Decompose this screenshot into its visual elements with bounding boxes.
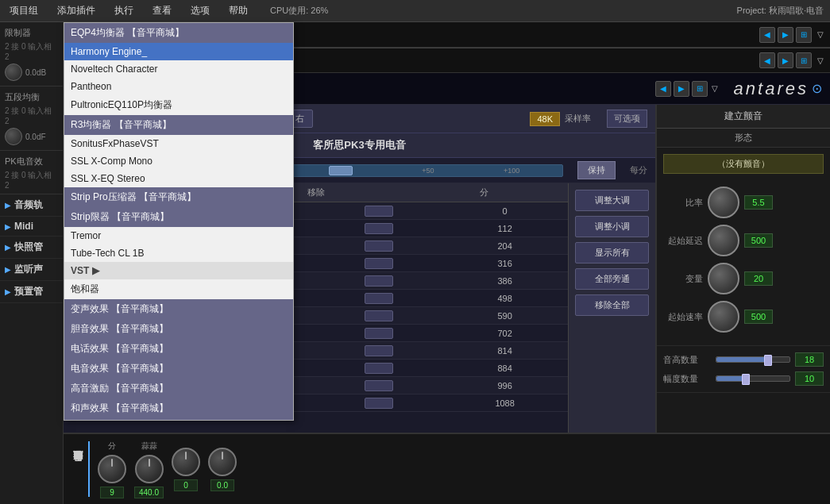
amp-count-row: 幅度数量 10: [663, 371, 824, 386]
transport2-btn2[interactable]: ▶: [778, 52, 793, 68]
menu-item-project[interactable]: 项目组: [6, 2, 41, 19]
transport-chevron[interactable]: ▽: [817, 30, 824, 39]
sidebar-item-monitor[interactable]: ▶ 监听声: [0, 259, 63, 281]
antares-btn3[interactable]: ⊞: [692, 81, 708, 97]
show-all-btn[interactable]: 显示所有: [575, 242, 649, 264]
plugin-item-noveltech[interactable]: Noveltech Character: [64, 60, 293, 78]
bottom-value-4: 0.0: [210, 479, 234, 491]
note-cents-E: 386: [442, 276, 568, 286]
plugin-item-strip-limiter[interactable]: Strip限器 【音平商城】: [64, 207, 293, 227]
menu-item-plugins[interactable]: 添加插件: [54, 2, 98, 19]
pitch-count-slider[interactable]: [716, 356, 790, 363]
plugin-item-ssl-eq[interactable]: SSL X-EQ Stereo: [64, 170, 293, 187]
pitch-count-label: 音高数量: [663, 354, 711, 366]
pitch-indicator: [329, 166, 353, 175]
antares-chevron[interactable]: ▽: [712, 84, 718, 93]
transport2-btn1[interactable]: ◀: [759, 52, 775, 68]
plugin-item-r3[interactable]: R3均衡器 【音平商城】: [64, 115, 293, 135]
menu-item-help[interactable]: 帮助: [226, 2, 251, 19]
cpu-info: CPU使用: 26%: [270, 5, 328, 17]
sidebar-item-audio[interactable]: ▶ 音频轨: [0, 194, 63, 217]
bottom-label-1: 分: [108, 441, 116, 452]
plugin-item-sonitus[interactable]: SonitusFxPhaseVST: [64, 135, 293, 152]
speed-knob[interactable]: [708, 301, 739, 333]
plugin-item-tube-tone[interactable]: 胆音效果 【音平商城】: [64, 319, 293, 339]
audio-arrow-icon: ▶: [5, 201, 11, 210]
bottom-knob-2[interactable]: [135, 455, 164, 483]
note-cents-G: 702: [442, 329, 568, 338]
menu-item-view[interactable]: 查看: [149, 2, 175, 19]
midi-nav-label: Midi: [14, 221, 33, 232]
note-remove-Gs: [316, 345, 442, 356]
snapshot-arrow-icon: ▶: [5, 243, 11, 252]
eq5-value: 0.0dF: [25, 133, 46, 141]
transport2-btn3[interactable]: ⊞: [796, 52, 812, 68]
amp-count-slider[interactable]: [716, 375, 790, 382]
bottom-knob-4[interactable]: [208, 448, 237, 476]
plugin-item-pantheon[interactable]: Pantheon: [64, 78, 293, 95]
adjust-major-btn[interactable]: 调整大调: [575, 190, 649, 211]
menu-item-execute[interactable]: 执行: [111, 2, 137, 19]
variation-value: 20: [744, 271, 773, 286]
plugin-item-tremor[interactable]: Tremor: [64, 227, 293, 244]
bottom-knob-group-4: 0.0: [208, 448, 237, 491]
plugin-item-strip-pro[interactable]: Strip Pro压缩器 【音平商城】: [64, 187, 293, 207]
plugin-item-vst[interactable]: VST ▶: [64, 262, 293, 279]
plugin-item-tubetech[interactable]: Tube-Tech CL 1B: [64, 244, 293, 262]
sample-rate-label: 采样率: [565, 113, 591, 125]
bottom-knob-3[interactable]: [172, 448, 200, 476]
limiter-knob-area: 0.0dB: [2, 62, 61, 83]
transport-extra-btn1[interactable]: ◀: [759, 27, 775, 43]
limiter-knob[interactable]: [5, 63, 22, 81]
formant-variation-row: 变量 20: [663, 263, 824, 294]
antares-logo: antares: [734, 79, 809, 99]
eq5-knob-area: 0.0dF: [2, 126, 61, 147]
preset-nav-label: 预置管: [14, 285, 43, 298]
plugin-item-ssl-comp[interactable]: SSL X-Comp Mono: [64, 152, 293, 170]
note-remove-Ds: [316, 258, 442, 269]
menu-item-options[interactable]: 选项: [187, 2, 213, 19]
speed-label: 起始速率: [663, 311, 703, 323]
sidebar-item-midi[interactable]: ▶ Midi: [0, 217, 63, 237]
delay-knob[interactable]: [708, 225, 739, 256]
transport2-chevron[interactable]: ▽: [817, 56, 824, 65]
sidebar-item-preset[interactable]: ▶ 预置管: [0, 281, 63, 303]
limiter-value: 0.0dB: [25, 68, 46, 77]
eq5-knob[interactable]: [5, 128, 22, 145]
formant-panel: 建立颤音 形态 （没有颤音） 比率 5.5 起始延迟: [655, 105, 830, 433]
variation-knob[interactable]: [708, 263, 739, 294]
plugin-item-harmony-effect[interactable]: 和声效果 【音平商城】: [64, 398, 293, 418]
plugin-item-eq4[interactable]: EQP4均衡器 【音平商城】: [64, 23, 293, 43]
options-btn[interactable]: 可选项: [607, 110, 647, 128]
note-remove-Fs: [316, 310, 442, 321]
bottom-knob-1[interactable]: [98, 455, 126, 483]
plugin-item-harmony[interactable]: Harmony Engine_: [64, 43, 293, 60]
plugin-item-phone-effect[interactable]: 电话效果 【音平商城】: [64, 339, 293, 359]
bypass-all-btn[interactable]: 全部旁通: [575, 268, 649, 290]
transport-extra-btn3[interactable]: ⊞: [796, 27, 812, 43]
pk-subtitle: 2 接 0 输入相 2: [2, 169, 61, 190]
plugin-item-pultronic[interactable]: PultronicEQ110P均衡器: [64, 95, 293, 115]
antares-btn1[interactable]: ◀: [655, 81, 671, 97]
delay-value: 500: [744, 233, 773, 248]
plugin-item-electric-tone[interactable]: 电音效果 【音平商城】: [64, 359, 293, 379]
no-vibrato-display[interactable]: （没有颤音）: [663, 154, 824, 174]
plugin-item-high-exciter[interactable]: 高音激励 【音平商城】: [64, 379, 293, 398]
rate-value: 5.5: [744, 195, 773, 210]
antares-btn2[interactable]: ▶: [674, 81, 689, 97]
sample-rate-display: 48K: [530, 112, 560, 126]
plugin-item-voice-change[interactable]: 变声效果 【音平商城】: [64, 299, 293, 319]
remove-all-btn[interactable]: 移除全部: [575, 294, 649, 316]
bottom-knob-group-2: 蒜蒜 440.0: [134, 441, 164, 498]
hold-btn[interactable]: 保持: [577, 161, 616, 179]
note-cents-Fs: 590: [442, 311, 568, 321]
plugin-item-surround[interactable]: 环绕效果 【音平商城】: [64, 418, 293, 420]
antares-icon: ⊙: [812, 81, 822, 96]
variation-label: 变量: [663, 273, 703, 285]
bottom-value-2: 440.0: [134, 487, 164, 498]
plugin-item-saturator[interactable]: 饱和器: [64, 279, 293, 299]
adjust-minor-btn[interactable]: 调整小调: [575, 216, 649, 237]
sidebar-item-snapshot[interactable]: ▶ 快照管: [0, 237, 63, 259]
transport-extra-btn2[interactable]: ▶: [778, 27, 793, 43]
rate-knob[interactable]: [708, 187, 739, 218]
